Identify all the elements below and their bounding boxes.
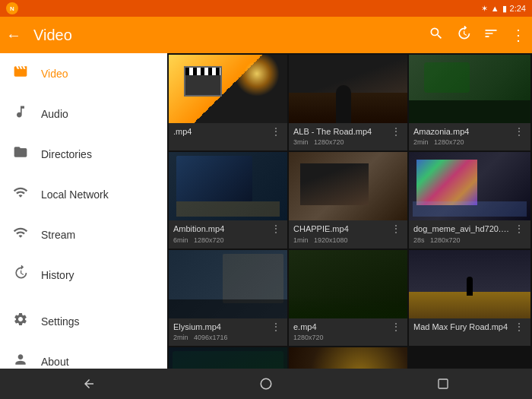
video-details: 1min 1920x1080 xyxy=(293,236,389,244)
video-name: Elysium.mp4 xyxy=(173,321,269,332)
about-label: About xyxy=(41,356,69,368)
sidebar-item-video[interactable]: Video xyxy=(0,53,167,93)
video-more-button[interactable]: ⋮ xyxy=(512,321,526,332)
sidebar-item-audio[interactable]: Audio xyxy=(0,93,167,134)
recent-nav-button[interactable] xyxy=(428,369,458,399)
list-item[interactable]: dog_meme_avi_hd720.mp4 28s 1280x720 ⋮ xyxy=(409,152,530,248)
video-details: 28s 1280x720 xyxy=(413,236,512,244)
video-name: e.mp4 xyxy=(293,321,389,332)
settings-label: Settings xyxy=(41,315,80,328)
home-nav-button[interactable] xyxy=(251,369,281,399)
sidebar-item-about[interactable]: About xyxy=(0,341,167,382)
settings-icon xyxy=(12,312,29,331)
audio-label: Audio xyxy=(41,108,68,120)
video-label: Video xyxy=(41,68,68,80)
sidebar-item-local-network[interactable]: Local Network xyxy=(0,174,167,214)
video-details: 2min 1280x720 xyxy=(413,138,512,146)
video-more-button[interactable]: ⋮ xyxy=(512,126,526,137)
list-item[interactable]: CHAPPIE.mp4 1min 1920x1080 ⋮ xyxy=(289,152,407,248)
video-name: Ambition.mp4 xyxy=(173,223,269,234)
nav-drawer: Video Audio Directories xyxy=(0,53,167,369)
network-icon xyxy=(12,185,29,204)
vlc-logo: N xyxy=(6,2,18,14)
video-more-button[interactable]: ⋮ xyxy=(269,223,283,234)
video-icon xyxy=(12,64,29,83)
stream-label: Stream xyxy=(41,229,75,241)
video-details: 6min 1280x720 xyxy=(173,236,269,244)
video-more-button[interactable]: ⋮ xyxy=(269,126,283,137)
main-layout: Video Audio Directories xyxy=(0,53,532,369)
video-more-button[interactable]: ⋮ xyxy=(389,321,403,332)
video-content: .mp4 ⋮ ALB - The Road.mp4 3min 1280x720 xyxy=(167,53,532,369)
page-title: Video xyxy=(33,27,420,44)
history-label: History xyxy=(41,269,74,281)
list-item[interactable]: .mp4 ⋮ xyxy=(169,55,287,150)
sidebar-item-stream[interactable]: Stream xyxy=(0,214,167,255)
video-details: 2min 4096x1716 xyxy=(173,334,269,341)
video-name: Mad Max Fury Road.mp4 xyxy=(413,321,512,332)
wifi-icon: ▲ xyxy=(491,4,499,13)
video-name: Amazonia.mp4 xyxy=(413,126,512,137)
stream-icon xyxy=(12,225,29,244)
video-name: ALB - The Road.mp4 xyxy=(293,126,389,137)
sidebar-item-directories[interactable]: Directories xyxy=(0,134,167,174)
list-item[interactable]: Offscreen Colonies.mp4 ⋮ xyxy=(169,347,287,369)
video-details: 3min 1280x720 xyxy=(293,138,389,146)
video-grid: .mp4 ⋮ ALB - The Road.mp4 3min 1280x720 xyxy=(167,53,532,369)
svg-point-0 xyxy=(261,378,271,389)
sidebar-item-history[interactable]: History xyxy=(0,255,167,295)
svg-rect-1 xyxy=(439,379,448,388)
more-button[interactable]: ⋮ xyxy=(511,26,526,44)
status-bar-left: N xyxy=(6,2,18,14)
list-item[interactable]: Elysium.mp4 2min 4096x1716 ⋮ xyxy=(169,250,287,346)
list-item[interactable]: e.mp4 1280x720 ⋮ xyxy=(289,250,407,346)
video-more-button[interactable]: ⋮ xyxy=(269,321,283,332)
folder-icon xyxy=(12,144,29,163)
history-icon xyxy=(12,265,29,284)
list-item[interactable]: Ambition.mp4 6min 1280x720 ⋮ xyxy=(169,152,287,248)
video-details: 1280x720 xyxy=(293,334,389,341)
time: 2:24 xyxy=(510,4,526,13)
list-item[interactable]: Oggy et les Cafards - 00 ⋮ xyxy=(289,347,407,369)
audio-icon xyxy=(12,104,29,123)
about-icon xyxy=(12,352,29,371)
video-name: CHAPPIE.mp4 xyxy=(293,223,389,234)
video-more-button[interactable]: ⋮ xyxy=(512,223,526,234)
battery-icon: ▮ xyxy=(502,4,507,14)
back-button[interactable]: ← xyxy=(6,27,21,44)
search-button[interactable] xyxy=(429,26,444,45)
toolbar-actions: ⋮ xyxy=(429,26,526,45)
bluetooth-icon: ✶ xyxy=(481,4,488,14)
list-item[interactable]: Mad Max Fury Road.mp4 ⋮ xyxy=(409,250,530,346)
list-item[interactable]: Amazonia.mp4 2min 1280x720 ⋮ xyxy=(409,55,530,150)
filter-button[interactable] xyxy=(483,26,499,45)
local-network-label: Local Network xyxy=(41,188,109,201)
video-name: .mp4 xyxy=(173,126,269,137)
recent-button[interactable] xyxy=(456,26,471,45)
list-item[interactable]: ALB - The Road.mp4 3min 1280x720 ⋮ xyxy=(289,55,407,150)
directories-label: Directories xyxy=(41,148,92,160)
status-bar-right: ✶ ▲ ▮ 2:24 xyxy=(481,4,526,14)
sidebar-item-settings[interactable]: Settings xyxy=(0,301,167,341)
video-more-button[interactable]: ⋮ xyxy=(389,223,403,234)
toolbar: ← Video ⋮ xyxy=(0,17,532,53)
status-bar: N ✶ ▲ ▮ 2:24 xyxy=(0,0,532,17)
video-name: dog_meme_avi_hd720.mp4 xyxy=(413,223,512,234)
video-more-button[interactable]: ⋮ xyxy=(389,126,403,137)
